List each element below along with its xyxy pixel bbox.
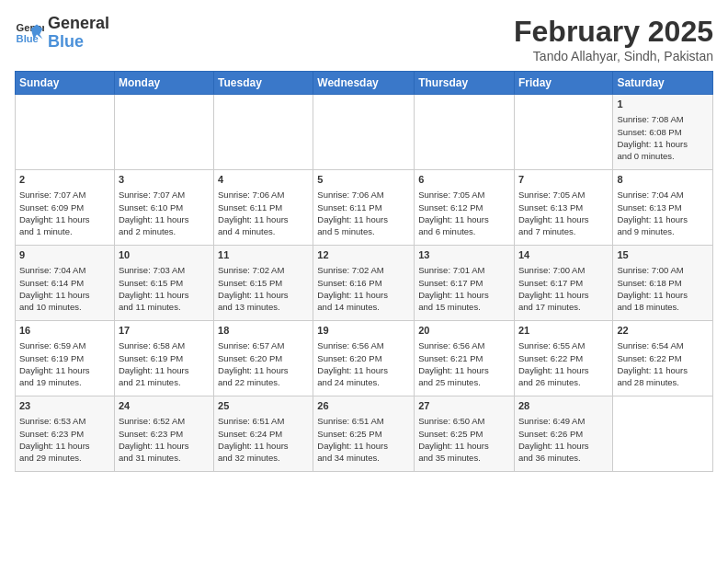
day-info: Sunrise: 6:57 AM bbox=[218, 339, 309, 351]
day-info: Sunset: 6:12 PM bbox=[418, 201, 510, 213]
day-info: and 24 minutes. bbox=[317, 376, 410, 388]
day-info: and 18 minutes. bbox=[617, 301, 709, 313]
day-info: Daylight: 11 hours bbox=[317, 364, 410, 376]
calendar-cell: 20Sunrise: 6:56 AMSunset: 6:21 PMDayligh… bbox=[415, 321, 515, 396]
day-info: Daylight: 11 hours bbox=[19, 289, 110, 301]
day-info: Daylight: 11 hours bbox=[418, 213, 510, 225]
day-header-monday: Monday bbox=[114, 72, 213, 95]
day-info: Sunset: 6:25 PM bbox=[418, 428, 510, 440]
calendar-cell: 16Sunrise: 6:59 AMSunset: 6:19 PMDayligh… bbox=[16, 321, 115, 396]
day-info: Daylight: 11 hours bbox=[218, 289, 309, 301]
day-header-saturday: Saturday bbox=[613, 72, 713, 95]
calendar-cell bbox=[514, 95, 612, 170]
logo: General Blue General Blue bbox=[15, 15, 109, 52]
day-info: Sunset: 6:11 PM bbox=[218, 201, 309, 213]
day-info: Sunrise: 6:56 AM bbox=[418, 339, 510, 351]
calendar-cell: 6Sunrise: 7:05 AMSunset: 6:12 PMDaylight… bbox=[415, 170, 515, 246]
day-info: Sunset: 6:10 PM bbox=[119, 201, 210, 213]
day-info: Sunrise: 7:02 AM bbox=[317, 264, 410, 276]
day-number: 24 bbox=[119, 399, 210, 413]
day-number: 2 bbox=[19, 173, 110, 187]
day-info: Daylight: 11 hours bbox=[218, 440, 309, 452]
calendar-cell bbox=[214, 95, 313, 170]
day-info: Sunrise: 7:00 AM bbox=[518, 264, 609, 276]
day-info: Sunrise: 6:53 AM bbox=[19, 415, 110, 427]
calendar-cell: 12Sunrise: 7:02 AMSunset: 6:16 PMDayligh… bbox=[313, 246, 415, 321]
day-info: and 28 minutes. bbox=[617, 376, 709, 388]
calendar-cell: 28Sunrise: 6:49 AMSunset: 6:26 PMDayligh… bbox=[514, 396, 612, 472]
day-info: Daylight: 11 hours bbox=[317, 289, 410, 301]
day-info: Sunset: 6:19 PM bbox=[19, 352, 110, 364]
day-info: Sunrise: 7:03 AM bbox=[119, 264, 210, 276]
day-info: Sunrise: 7:04 AM bbox=[617, 189, 709, 201]
day-number: 4 bbox=[218, 173, 309, 187]
location-subtitle: Tando Allahyar, Sindh, Pakistan bbox=[514, 49, 713, 63]
day-info: Sunrise: 6:51 AM bbox=[218, 415, 309, 427]
day-info: Sunrise: 7:05 AM bbox=[418, 189, 510, 201]
calendar-cell: 13Sunrise: 7:01 AMSunset: 6:17 PMDayligh… bbox=[415, 246, 515, 321]
day-info: Sunset: 6:25 PM bbox=[317, 428, 410, 440]
day-info: and 15 minutes. bbox=[418, 301, 510, 313]
day-info: Sunrise: 7:04 AM bbox=[19, 264, 110, 276]
day-number: 22 bbox=[617, 324, 709, 338]
day-info: and 19 minutes. bbox=[19, 376, 110, 388]
day-info: Sunset: 6:15 PM bbox=[119, 277, 210, 289]
day-info: Daylight: 11 hours bbox=[518, 364, 609, 376]
day-info: Daylight: 11 hours bbox=[119, 213, 210, 225]
day-info: and 32 minutes. bbox=[218, 452, 309, 464]
day-info: Sunset: 6:19 PM bbox=[119, 352, 210, 364]
day-info: Sunset: 6:11 PM bbox=[317, 201, 410, 213]
calendar-cell: 17Sunrise: 6:58 AMSunset: 6:19 PMDayligh… bbox=[114, 321, 213, 396]
day-info: and 34 minutes. bbox=[317, 452, 410, 464]
day-info: Sunrise: 7:06 AM bbox=[317, 189, 410, 201]
day-info: and 6 minutes. bbox=[418, 225, 510, 237]
day-info: Sunset: 6:24 PM bbox=[218, 428, 309, 440]
day-info: and 9 minutes. bbox=[617, 225, 709, 237]
calendar-cell: 25Sunrise: 6:51 AMSunset: 6:24 PMDayligh… bbox=[214, 396, 313, 472]
calendar-cell: 8Sunrise: 7:04 AMSunset: 6:13 PMDaylight… bbox=[613, 170, 713, 246]
day-info: Daylight: 11 hours bbox=[518, 213, 609, 225]
day-number: 19 bbox=[317, 324, 410, 338]
logo-icon: General Blue bbox=[15, 18, 44, 48]
day-info: Sunrise: 6:58 AM bbox=[119, 339, 210, 351]
day-info: Sunrise: 6:59 AM bbox=[19, 339, 110, 351]
day-info: Daylight: 11 hours bbox=[119, 364, 210, 376]
day-info: and 4 minutes. bbox=[218, 225, 309, 237]
day-info: and 22 minutes. bbox=[218, 376, 309, 388]
day-info: Sunset: 6:22 PM bbox=[518, 352, 609, 364]
day-info: Daylight: 11 hours bbox=[19, 364, 110, 376]
day-number: 15 bbox=[617, 248, 709, 262]
calendar-week-4: 16Sunrise: 6:59 AMSunset: 6:19 PMDayligh… bbox=[16, 321, 713, 396]
calendar-cell: 21Sunrise: 6:55 AMSunset: 6:22 PMDayligh… bbox=[514, 321, 612, 396]
page-header: General Blue General Blue February 2025 … bbox=[15, 15, 713, 63]
day-number: 9 bbox=[19, 248, 110, 262]
calendar-header-row: SundayMondayTuesdayWednesdayThursdayFrid… bbox=[16, 72, 713, 95]
day-number: 28 bbox=[518, 399, 609, 413]
day-info: Sunset: 6:09 PM bbox=[19, 201, 110, 213]
calendar-week-2: 2Sunrise: 7:07 AMSunset: 6:09 PMDaylight… bbox=[16, 170, 713, 246]
day-info: and 0 minutes. bbox=[617, 150, 709, 162]
day-number: 26 bbox=[317, 399, 410, 413]
calendar-table: SundayMondayTuesdayWednesdayThursdayFrid… bbox=[15, 71, 713, 472]
day-number: 23 bbox=[19, 399, 110, 413]
day-info: Sunset: 6:21 PM bbox=[418, 352, 510, 364]
day-info: Sunset: 6:17 PM bbox=[418, 277, 510, 289]
day-info: Daylight: 11 hours bbox=[518, 440, 609, 452]
day-info: and 7 minutes. bbox=[518, 225, 609, 237]
day-info: Sunset: 6:14 PM bbox=[19, 277, 110, 289]
day-info: Daylight: 11 hours bbox=[218, 364, 309, 376]
day-number: 16 bbox=[19, 324, 110, 338]
title-section: February 2025 Tando Allahyar, Sindh, Pak… bbox=[514, 15, 713, 63]
day-number: 11 bbox=[218, 248, 309, 262]
calendar-cell bbox=[415, 95, 515, 170]
calendar-cell: 5Sunrise: 7:06 AMSunset: 6:11 PMDaylight… bbox=[313, 170, 415, 246]
day-header-wednesday: Wednesday bbox=[313, 72, 415, 95]
day-info: Daylight: 11 hours bbox=[119, 289, 210, 301]
day-info: Sunrise: 6:50 AM bbox=[418, 415, 510, 427]
day-number: 12 bbox=[317, 248, 410, 262]
day-info: Sunrise: 7:06 AM bbox=[218, 189, 309, 201]
calendar-cell: 23Sunrise: 6:53 AMSunset: 6:23 PMDayligh… bbox=[16, 396, 115, 472]
day-header-thursday: Thursday bbox=[415, 72, 515, 95]
calendar-cell: 4Sunrise: 7:06 AMSunset: 6:11 PMDaylight… bbox=[214, 170, 313, 246]
day-info: and 1 minute. bbox=[19, 225, 110, 237]
